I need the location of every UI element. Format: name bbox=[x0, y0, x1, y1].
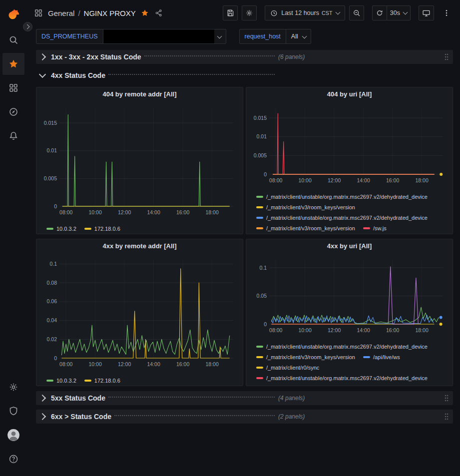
main-area: General / NGINX PROXY Last 12 hours bbox=[27, 0, 460, 476]
settings-gear-icon[interactable] bbox=[2, 376, 24, 398]
legend-swatch bbox=[256, 227, 263, 229]
svg-text:0.1: 0.1 bbox=[259, 265, 267, 271]
svg-text:14:00: 14:00 bbox=[357, 327, 370, 333]
panel-grid: 404 by remote addr [All] 00.0050.010.015… bbox=[36, 87, 453, 386]
time-range-picker[interactable]: Last 12 hours CST bbox=[265, 5, 345, 20]
legend-swatch bbox=[256, 206, 263, 208]
svg-text:0.01: 0.01 bbox=[257, 133, 267, 139]
request-host-variable-label[interactable]: request_host bbox=[239, 29, 286, 44]
legend-item[interactable]: 10.0.3.2 bbox=[46, 375, 76, 384]
drag-handle-icon[interactable] bbox=[444, 394, 449, 402]
time-series-plot[interactable]: 00.020.040.060.080.108:0010:0012:0014:00… bbox=[40, 253, 239, 374]
time-series-plot[interactable]: 00.0050.010.01508:0010:0012:0014:0016:00… bbox=[40, 101, 239, 222]
svg-text:16:00: 16:00 bbox=[176, 361, 189, 367]
help-icon[interactable] bbox=[2, 448, 24, 470]
svg-text:0.005: 0.005 bbox=[44, 175, 57, 181]
starred-dashboards-icon[interactable] bbox=[2, 53, 24, 75]
request-host-variable: request_host All bbox=[239, 29, 311, 44]
time-series-plot[interactable]: 00.050.108:0010:0012:0014:0016:0018:00 bbox=[250, 253, 449, 340]
user-avatar[interactable] bbox=[2, 424, 24, 446]
legend-label: /api/live/ws bbox=[373, 354, 400, 360]
svg-text:0.05: 0.05 bbox=[257, 293, 267, 299]
refresh-interval-dropdown[interactable]: 30s bbox=[387, 5, 411, 20]
svg-text:14:00: 14:00 bbox=[147, 209, 160, 215]
datasource-select[interactable] bbox=[103, 29, 226, 44]
legend-item[interactable]: /_matrix/client/v3/room_keys/version bbox=[256, 352, 355, 362]
svg-text:12:00: 12:00 bbox=[328, 327, 341, 333]
row-panel-count: (2 panels) bbox=[278, 413, 305, 420]
row-left: 5xx Status Code bbox=[40, 394, 276, 402]
refresh-button[interactable] bbox=[372, 5, 387, 20]
svg-text:0.1: 0.1 bbox=[49, 261, 57, 267]
legend-label: 10.0.3.2 bbox=[56, 378, 76, 384]
legend-item[interactable]: 10.0.3.2 bbox=[46, 223, 76, 232]
row-5xx-status-code[interactable]: 5xx Status Code (4 panels) bbox=[36, 391, 453, 405]
svg-text:14:00: 14:00 bbox=[357, 177, 370, 183]
share-icon[interactable] bbox=[155, 9, 163, 17]
legend-item[interactable]: /_matrix/client/unstable/org.matrix.msc2… bbox=[256, 212, 428, 223]
panel-title[interactable]: 404 by remote addr [All] bbox=[40, 87, 239, 101]
svg-text:18:00: 18:00 bbox=[415, 327, 428, 333]
grafana-logo[interactable] bbox=[2, 5, 24, 25]
legend-item[interactable]: 172.18.0.6 bbox=[84, 223, 120, 232]
time-series-plot[interactable]: 00.0050.010.01508:0010:0012:0014:0016:00… bbox=[250, 101, 449, 190]
more-options-kebab-icon[interactable] bbox=[439, 5, 454, 20]
panel-title[interactable]: 4xx by uri [All] bbox=[250, 239, 449, 253]
legend-item[interactable]: /_matrix/client/unstable/org.matrix.msc2… bbox=[256, 341, 428, 352]
legend-label: /_matrix/client/unstable/org.matrix.msc2… bbox=[266, 344, 428, 350]
legend-label: 172.18.0.6 bbox=[94, 378, 120, 384]
legend-item[interactable]: 172.18.0.6 bbox=[84, 375, 120, 384]
svg-text:0.015: 0.015 bbox=[254, 115, 267, 121]
topbar-actions: Last 12 hours CST 30s bbox=[219, 5, 454, 20]
legend-label: /_matrix/client/v3/room_keys/version bbox=[266, 354, 355, 360]
zoom-out-time-button[interactable] bbox=[349, 5, 364, 20]
svg-text:0.04: 0.04 bbox=[47, 317, 57, 323]
server-admin-shield-icon[interactable] bbox=[2, 400, 24, 422]
legend-item[interactable]: /_matrix/client/v3/room_keys/version bbox=[256, 202, 355, 212]
dashboards-icon[interactable] bbox=[2, 77, 24, 99]
sidebar-expand-button[interactable] bbox=[23, 22, 32, 31]
row-dotted-leader bbox=[114, 415, 275, 416]
legend-swatch bbox=[256, 346, 263, 348]
request-host-select[interactable]: All bbox=[286, 29, 311, 44]
legend-swatch bbox=[46, 228, 53, 230]
svg-text:16:00: 16:00 bbox=[386, 177, 399, 183]
save-dashboard-button[interactable] bbox=[223, 5, 238, 20]
legend-label: /_matrix/client/v3/room_keys/version bbox=[266, 225, 355, 231]
svg-text:0: 0 bbox=[264, 321, 267, 327]
variables-submenu: DS_PROMETHEUS request_host All bbox=[27, 26, 460, 49]
panel-legend: 10.0.3.2172.18.0.6 bbox=[40, 375, 239, 384]
row-4xx-status-code[interactable]: 4xx Status Code bbox=[36, 68, 453, 82]
dashboard-settings-button[interactable] bbox=[242, 5, 257, 20]
row-1xx-3xx-2xx-status-code[interactable]: 1xx - 3xx - 2xx Status Code (6 panels) bbox=[36, 50, 453, 64]
breadcrumb-folder[interactable]: General bbox=[48, 9, 74, 17]
svg-text:16:00: 16:00 bbox=[176, 209, 189, 215]
legend-item[interactable]: /_matrix/client/unstable/org.matrix.msc2… bbox=[256, 191, 428, 202]
legend-item[interactable]: /api/live/ws bbox=[363, 352, 400, 362]
row-left: 6xx > Status Code bbox=[40, 413, 276, 421]
legend-label: /_matrix/client/v3/room_keys/version bbox=[266, 204, 355, 210]
svg-text:0.005: 0.005 bbox=[254, 152, 267, 158]
legend-swatch bbox=[256, 217, 263, 219]
legend-item[interactable]: /_matrix/client/unstable/org.matrix.msc2… bbox=[256, 373, 428, 383]
svg-text:12:00: 12:00 bbox=[118, 209, 131, 215]
chevron-right-icon bbox=[25, 24, 30, 29]
legend-item[interactable]: /_matrix/client/v3/room_keys/version bbox=[256, 223, 355, 232]
panel-4xx-by-remote-addr: 4xx by remote addr [All] 00.020.040.060.… bbox=[36, 239, 243, 386]
explore-compass-icon[interactable] bbox=[2, 101, 24, 123]
row-6xx-status-code[interactable]: 6xx > Status Code (2 panels) bbox=[36, 410, 453, 424]
cycle-view-mode-button[interactable] bbox=[419, 5, 434, 20]
panel-title[interactable]: 404 by uri [All] bbox=[250, 87, 449, 101]
drag-handle-icon[interactable] bbox=[444, 413, 449, 421]
datasource-value-redacted bbox=[103, 29, 214, 43]
search-icon[interactable] bbox=[2, 29, 24, 51]
datasource-variable-label[interactable]: DS_PROMETHEUS bbox=[36, 29, 103, 44]
legend-item[interactable]: /_matrix/client/r0/sync bbox=[256, 362, 319, 373]
legend-item[interactable]: /sw.js bbox=[363, 223, 387, 232]
favorite-star-icon[interactable] bbox=[141, 9, 149, 17]
panel-title[interactable]: 4xx by remote addr [All] bbox=[40, 239, 239, 253]
alerting-bell-icon[interactable] bbox=[2, 125, 24, 147]
panel-legend: /_matrix/client/unstable/org.matrix.msc2… bbox=[250, 341, 449, 384]
dashboard-title[interactable]: NGINX PROXY bbox=[84, 9, 136, 17]
drag-handle-icon[interactable] bbox=[444, 53, 449, 61]
